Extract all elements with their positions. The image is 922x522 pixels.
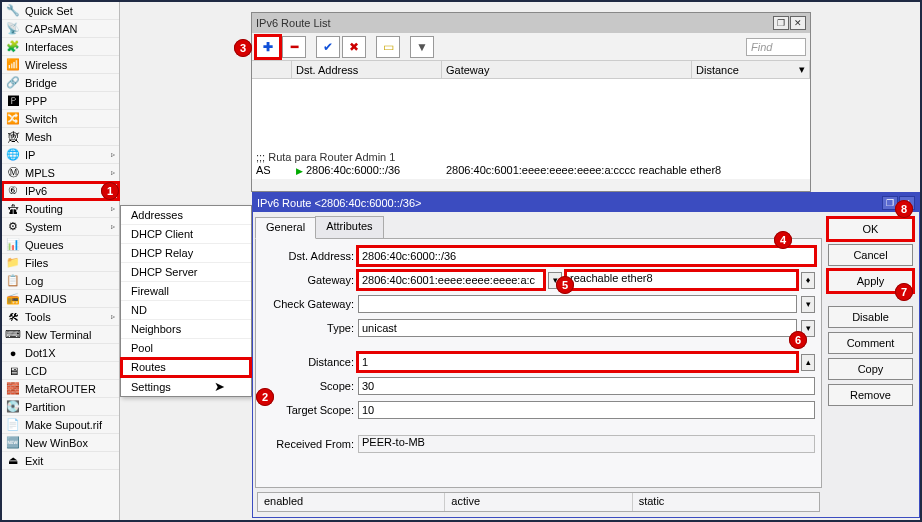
- cancel-button[interactable]: Cancel: [828, 244, 913, 266]
- submenu-item-neighbors[interactable]: Neighbors: [121, 320, 251, 339]
- folder-icon: 📁: [6, 256, 20, 270]
- sidebar-item-log[interactable]: 📋Log: [2, 272, 119, 290]
- received-from: PEER-to-MB: [358, 435, 815, 453]
- scope-input[interactable]: [358, 377, 815, 395]
- sidebar-item-label: Wireless: [25, 59, 67, 71]
- sidebar-item-system[interactable]: ⚙System▹: [2, 218, 119, 236]
- col-gateway[interactable]: Gateway: [442, 61, 692, 78]
- sidebar-item-interfaces[interactable]: 🧩Interfaces: [2, 38, 119, 56]
- ppp-icon: 🅿: [6, 94, 20, 108]
- sidebar-item-supout[interactable]: 📄Make Supout.rif: [2, 416, 119, 434]
- window-restore-icon[interactable]: ❐: [773, 16, 789, 30]
- copy-button[interactable]: Copy: [828, 358, 913, 380]
- submenu-item-pool[interactable]: Pool: [121, 339, 251, 358]
- sidebar-item-metarouter[interactable]: 🧱MetaROUTER: [2, 380, 119, 398]
- sidebar-item-exit[interactable]: ⏏Exit: [2, 452, 119, 470]
- submenu-item-addresses[interactable]: Addresses: [121, 206, 251, 225]
- sidebar-item-label: CAPsMAN: [25, 23, 78, 35]
- sidebar-item-files[interactable]: 📁Files: [2, 254, 119, 272]
- sidebar-item-radius[interactable]: 📻RADIUS: [2, 290, 119, 308]
- remove-button[interactable]: ━: [282, 36, 306, 58]
- comment-button[interactable]: ▭: [376, 36, 400, 58]
- submenu-item-settings[interactable]: Settings: [121, 377, 251, 396]
- step-badge-2: 2: [256, 388, 274, 406]
- sidebar-item-mpls[interactable]: ⓂMPLS▹: [2, 164, 119, 182]
- label-tscope: Target Scope:: [262, 404, 354, 416]
- sidebar-item-lcd[interactable]: 🖥LCD: [2, 362, 119, 380]
- find-input[interactable]: Find: [746, 38, 806, 56]
- sidebar-item-newwinbox[interactable]: 🆕New WinBox: [2, 434, 119, 452]
- row-check-gateway: Check Gateway: ▾: [262, 295, 815, 313]
- sidebar-item-ip[interactable]: 🌐IP▹: [2, 146, 119, 164]
- chevron-up-icon[interactable]: ▴: [801, 354, 815, 371]
- table-header: Dst. Address Gateway Distance▾: [252, 61, 810, 79]
- window-title-bar[interactable]: IPv6 Route <2806:40c:6000::/36> ❐ ✕: [253, 193, 919, 212]
- tab-attributes[interactable]: Attributes: [315, 216, 383, 238]
- sidebar-item-partition[interactable]: 💽Partition: [2, 398, 119, 416]
- submenu-item-dhcprelay[interactable]: DHCP Relay: [121, 244, 251, 263]
- col-dst[interactable]: Dst. Address: [292, 61, 442, 78]
- submenu-label: Neighbors: [131, 323, 181, 335]
- sidebar-item-routing[interactable]: 🛣Routing▹: [2, 200, 119, 218]
- table-row[interactable]: AS ▶2806:40c:6000::/36 2806:40c:6001:eee…: [252, 164, 810, 179]
- enable-button[interactable]: ✔: [316, 36, 340, 58]
- target-scope-input[interactable]: [358, 401, 815, 419]
- submenu-item-routes[interactable]: Routes: [121, 358, 251, 377]
- antenna-icon: 📡: [6, 22, 20, 36]
- table-body[interactable]: ;;; Ruta para Router Admin 1 AS ▶2806:40…: [252, 79, 810, 179]
- add-button[interactable]: ✚: [256, 36, 280, 58]
- sidebar-item-label: LCD: [25, 365, 47, 377]
- form-area: General Attributes Dst. Address: Gateway…: [253, 212, 824, 517]
- dot1x-icon: ●: [6, 346, 20, 360]
- disable-button[interactable]: ✖: [342, 36, 366, 58]
- disable-button[interactable]: Disable: [828, 306, 913, 328]
- type-input[interactable]: [358, 319, 797, 337]
- col-label: Dst. Address: [296, 64, 358, 76]
- wifi-icon: 📶: [6, 58, 20, 72]
- cell-dst: ▶2806:40c:6000::/36: [292, 164, 442, 179]
- window-title-bar[interactable]: IPv6 Route List ❐ ✕: [252, 13, 810, 33]
- sidebar-item-ppp[interactable]: 🅿PPP: [2, 92, 119, 110]
- remove-button[interactable]: Remove: [828, 384, 913, 406]
- sidebar-item-label: Log: [25, 275, 43, 287]
- col-label: Distance: [696, 64, 739, 76]
- filter-button[interactable]: ▼: [410, 36, 434, 58]
- sidebar-item-tools[interactable]: 🛠Tools▹: [2, 308, 119, 326]
- check-gateway-input[interactable]: [358, 295, 797, 313]
- submenu-item-nd[interactable]: ND: [121, 301, 251, 320]
- sidebar-item-bridge[interactable]: 🔗Bridge: [2, 74, 119, 92]
- col-flag[interactable]: [252, 61, 292, 78]
- distance-input[interactable]: [358, 353, 797, 371]
- comment-button[interactable]: Comment: [828, 332, 913, 354]
- sidebar-item-wireless[interactable]: 📶Wireless: [2, 56, 119, 74]
- submenu-label: Pool: [131, 342, 153, 354]
- cell-text: 2806:40c:6000::/36: [306, 164, 400, 176]
- btn-label: Disable: [852, 311, 889, 323]
- submenu-item-dhcpclient[interactable]: DHCP Client: [121, 225, 251, 244]
- sidebar-item-queues[interactable]: 📊Queues: [2, 236, 119, 254]
- tab-general[interactable]: General: [255, 217, 316, 239]
- chevron-right-icon: ▹: [111, 204, 115, 213]
- stepper-icon[interactable]: ♦: [801, 272, 815, 289]
- dst-input[interactable]: [358, 247, 815, 265]
- submenu-label: Firewall: [131, 285, 169, 297]
- interfaces-icon: 🧩: [6, 40, 20, 54]
- sidebar-item-switch[interactable]: 🔀Switch: [2, 110, 119, 128]
- chevron-down-icon[interactable]: ▾: [801, 296, 815, 313]
- sidebar-item-capsman[interactable]: 📡CAPsMAN: [2, 20, 119, 38]
- sidebar-item-mesh[interactable]: 🕸Mesh: [2, 128, 119, 146]
- col-distance[interactable]: Distance▾: [692, 61, 810, 78]
- submenu-item-firewall[interactable]: Firewall: [121, 282, 251, 301]
- close-icon[interactable]: ✕: [790, 16, 806, 30]
- ok-button[interactable]: OK: [828, 218, 913, 240]
- toolbar: ✚ ━ ✔ ✖ ▭ ▼ Find: [252, 33, 810, 61]
- sidebar-item-quickset[interactable]: 🔧Quick Set: [2, 2, 119, 20]
- status-enabled: enabled: [258, 493, 445, 511]
- chevron-right-icon: ▹: [111, 168, 115, 177]
- submenu-item-dhcpserver[interactable]: DHCP Server: [121, 263, 251, 282]
- step-badge-1: 1: [101, 182, 119, 200]
- sidebar-item-terminal[interactable]: ⌨New Terminal: [2, 326, 119, 344]
- label-dst: Dst. Address:: [262, 250, 354, 262]
- sidebar-item-dot1x[interactable]: ●Dot1X: [2, 344, 119, 362]
- gateway-input[interactable]: [358, 271, 544, 289]
